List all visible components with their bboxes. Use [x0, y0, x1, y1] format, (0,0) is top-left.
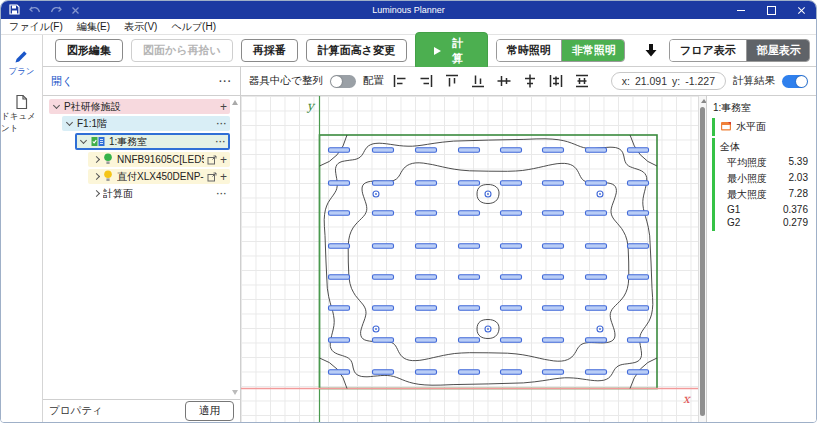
light-fixture[interactable]: [373, 370, 394, 375]
light-fixture[interactable]: [329, 275, 350, 280]
fixture-center-align-toggle[interactable]: [330, 75, 356, 88]
lighting-mode-option-1[interactable]: 非常照明: [561, 40, 625, 61]
light-fixture[interactable]: [501, 148, 522, 153]
light-fixture[interactable]: [628, 244, 649, 249]
light-fixture[interactable]: [329, 370, 350, 375]
light-fixture[interactable]: [459, 181, 480, 186]
scroll-up-icon[interactable]: [701, 99, 707, 103]
light-fixture[interactable]: [501, 244, 522, 249]
light-fixture[interactable]: [373, 181, 394, 186]
light-fixture[interactable]: [373, 148, 394, 153]
align-top-button[interactable]: [443, 72, 462, 91]
toolbar-button-0[interactable]: 図形編集: [55, 39, 123, 62]
light-fixture[interactable]: [416, 181, 437, 186]
row-menu-icon[interactable]: ···: [213, 137, 227, 147]
tree-row-0[interactable]: P社研修施設+: [49, 99, 230, 114]
light-fixture[interactable]: [329, 211, 350, 216]
add-icon[interactable]: +: [217, 155, 227, 165]
light-fixture[interactable]: [373, 275, 394, 280]
expander-icon[interactable]: [80, 137, 87, 144]
light-fixture[interactable]: [501, 211, 522, 216]
menu-item-3[interactable]: ヘルプ(H): [171, 20, 216, 34]
light-fixture[interactable]: [329, 148, 350, 153]
light-fixture[interactable]: [586, 211, 607, 216]
light-fixture[interactable]: [586, 244, 607, 249]
align-bottom-button[interactable]: [469, 72, 488, 91]
light-fixture[interactable]: [586, 275, 607, 280]
apply-button[interactable]: 適用: [185, 401, 234, 421]
open-link[interactable]: 開く: [51, 74, 73, 89]
row-menu-icon[interactable]: ···: [214, 119, 228, 129]
align-hcenter-button[interactable]: [521, 72, 540, 91]
light-fixture[interactable]: [329, 181, 350, 186]
light-fixture[interactable]: [501, 370, 522, 375]
tree-scroll-up-icon[interactable]: [232, 100, 238, 105]
light-fixture[interactable]: [416, 148, 437, 153]
light-fixture[interactable]: [416, 370, 437, 375]
expander-icon[interactable]: [93, 173, 100, 180]
light-fixture[interactable]: [628, 338, 649, 343]
maximize-button[interactable]: [764, 4, 778, 16]
align-left-button[interactable]: [391, 72, 410, 91]
row-menu-icon[interactable]: ···: [214, 189, 228, 199]
light-fixture[interactable]: [373, 211, 394, 216]
toolbar-button-3[interactable]: 計算面高さ変更: [306, 39, 407, 62]
light-fixture[interactable]: [586, 148, 607, 153]
light-fixture[interactable]: [501, 306, 522, 311]
expander-icon[interactable]: [53, 102, 60, 109]
redo-icon[interactable]: [50, 1, 62, 19]
distribute-h-button[interactable]: [547, 72, 566, 91]
close-button[interactable]: [794, 4, 808, 16]
light-fixture[interactable]: [543, 148, 564, 153]
light-fixture[interactable]: [329, 244, 350, 249]
light-fixture[interactable]: [416, 306, 437, 311]
toolbar-button-2[interactable]: 再採番: [241, 39, 298, 62]
light-fixture[interactable]: [543, 275, 564, 280]
menu-item-0[interactable]: ファイル(F): [9, 20, 63, 34]
light-fixture[interactable]: [459, 211, 480, 216]
view-mode-option-0[interactable]: フロア表示: [670, 40, 746, 61]
download-arrow-button[interactable]: [641, 41, 661, 61]
tree-row-2[interactable]: 1:事務室···: [75, 133, 230, 150]
light-fixture[interactable]: [416, 211, 437, 216]
light-fixture[interactable]: [543, 244, 564, 249]
light-fixture[interactable]: [329, 306, 350, 311]
room-outline[interactable]: [320, 135, 658, 389]
expander-icon[interactable]: [66, 119, 73, 126]
lighting-mode-option-0[interactable]: 常時照明: [497, 40, 561, 61]
close-document-icon[interactable]: [71, 1, 80, 19]
tree-row-4[interactable]: 直付XLX450DENP-LE9[LED50(+: [88, 169, 230, 184]
scrollbar-thumb[interactable]: [700, 107, 705, 416]
light-fixture[interactable]: [329, 338, 350, 343]
light-fixture[interactable]: [459, 338, 480, 343]
align-right-button[interactable]: [417, 72, 436, 91]
light-fixture[interactable]: [373, 244, 394, 249]
undo-icon[interactable]: [29, 1, 41, 19]
tree-row-3[interactable]: NNFB91605C[LED5000/97/37+: [88, 152, 230, 167]
light-fixture[interactable]: [416, 244, 437, 249]
tree-menu-icon[interactable]: ···: [219, 76, 232, 87]
light-fixture[interactable]: [586, 306, 607, 311]
light-fixture[interactable]: [628, 148, 649, 153]
light-fixture[interactable]: [628, 370, 649, 375]
light-fixture[interactable]: [459, 275, 480, 280]
light-fixture[interactable]: [543, 370, 564, 375]
light-fixture[interactable]: [416, 275, 437, 280]
light-fixture[interactable]: [459, 370, 480, 375]
light-fixture[interactable]: [586, 338, 607, 343]
view-mode-option-1[interactable]: 部屋表示: [746, 40, 810, 61]
light-fixture[interactable]: [628, 306, 649, 311]
calculate-button[interactable]: 計算: [415, 32, 488, 70]
light-fixture[interactable]: [543, 338, 564, 343]
light-fixture[interactable]: [459, 244, 480, 249]
menu-item-1[interactable]: 編集(E): [77, 20, 110, 34]
expander-icon[interactable]: [93, 190, 100, 197]
light-fixture[interactable]: [501, 338, 522, 343]
add-icon[interactable]: +: [217, 102, 227, 112]
light-fixture[interactable]: [501, 275, 522, 280]
tree-row-1[interactable]: F1:1階···: [62, 116, 230, 131]
results-surface-row[interactable]: 水平面: [712, 118, 814, 136]
light-fixture[interactable]: [416, 338, 437, 343]
light-fixture[interactable]: [543, 181, 564, 186]
tree-row-5[interactable]: 計算面···: [88, 186, 230, 201]
